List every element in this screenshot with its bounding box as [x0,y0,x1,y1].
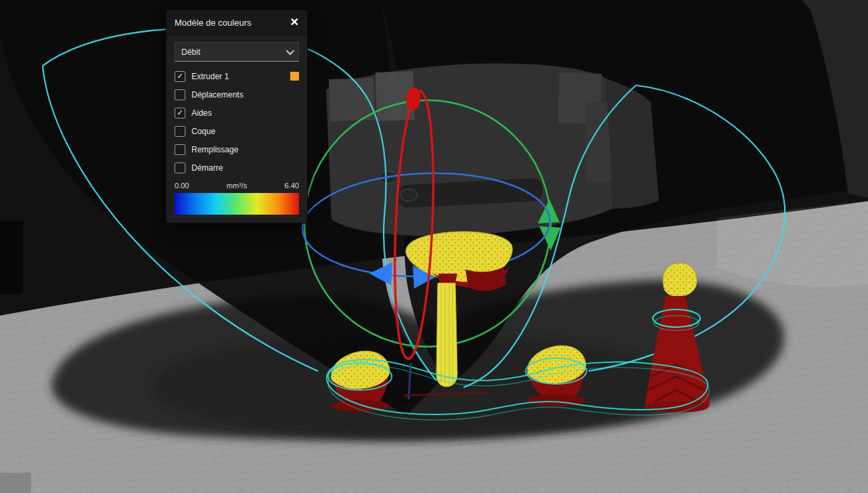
extruder1-color-swatch [290,72,299,81]
checkbox-helpers[interactable]: ✓ [175,108,185,119]
layer-toggle-starts: Démarre [175,158,299,177]
layer-label: Extruder 1 [191,72,229,81]
layer-label: Remplissage [191,145,238,154]
checkbox-travels[interactable] [175,89,185,100]
flow-gradient-bar [175,193,299,215]
close-icon[interactable]: ✕ [290,17,299,28]
dialog-title: Modèle de couleurs [175,18,251,28]
layer-toggle-travels: Déplacements [175,85,299,104]
flow-scale: 0.00 mm³/s 6.40 [175,181,299,190]
layer-label: Déplacements [191,90,244,100]
layer-toggle-helpers: ✓ Aides [175,104,299,122]
slicer-preview-window: Modèle de couleurs ✕ Débit ✓ Extruder 1 … [0,0,868,493]
dialog-body: Débit ✓ Extruder 1 Déplacements ✓ Aides … [166,35,307,223]
color-scheme-dialog: Modèle de couleurs ✕ Débit ✓ Extruder 1 … [166,9,308,223]
model-internals [326,64,659,236]
scale-min: 0.00 [175,181,189,190]
layer-toggle-infill: Remplissage [175,140,299,158]
checkbox-infill[interactable] [175,144,185,155]
chevron-down-icon [286,47,295,56]
layer-toggle-shell: Coque [175,122,299,140]
checkbox-extruder1[interactable]: ✓ [175,71,185,82]
checkbox-starts[interactable] [175,163,185,173]
layer-label: Démarre [191,163,223,173]
layer-toggle-extruder1: ✓ Extruder 1 [175,67,299,85]
viewport-3d[interactable] [0,0,868,493]
scale-unit: mm³/s [227,181,248,190]
checkbox-shell[interactable] [175,126,185,137]
scale-max: 6.40 [285,181,299,190]
color-scheme-select[interactable]: Débit [175,42,299,62]
color-scheme-value: Débit [181,47,200,57]
offscreen-object [0,221,23,294]
layer-label: Coque [191,127,215,136]
dialog-header: Modèle de couleurs ✕ [166,10,307,35]
layer-label: Aides [191,108,212,118]
